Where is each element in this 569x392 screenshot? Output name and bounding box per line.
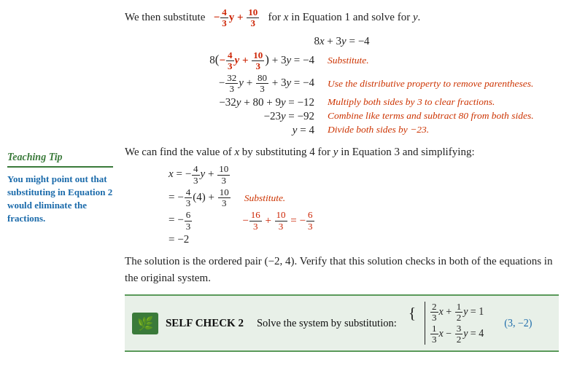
teaching-tip-label: Teaching Tip xyxy=(7,152,63,163)
eq-divide-expr: y = 4 xyxy=(125,124,314,136)
self-check-icon: 🌿 xyxy=(132,313,158,334)
teaching-tip-divider xyxy=(7,166,113,168)
self-check-bar: 🌿 SELF CHECK 2 Solve the system by subst… xyxy=(125,294,559,352)
eq-substitute-expr: 8(−43y + 103) + 3y = −4 xyxy=(125,50,314,72)
eq-x-simplify-expr: = −63 xyxy=(169,210,193,232)
eq-note-x-sub: Substitute. xyxy=(244,192,286,204)
eq-x-fraction-note: −163 + 103 = −63 xyxy=(242,210,314,232)
sidebar: Teaching Tip You might point out that su… xyxy=(0,0,120,392)
self-check-label: SELF CHECK 2 xyxy=(166,317,244,329)
eq-row-x-simplify: = −63 −163 + 103 = −63 xyxy=(169,210,559,232)
main-content: We then substitute −43y + 103 for x in E… xyxy=(120,0,569,392)
eq-row-x-sub: = −43(4) + 103 Substitute. xyxy=(169,187,559,209)
eq-multiply-expr: −32y + 80 + 9y = −12 xyxy=(125,96,314,109)
eq-combine-expr: −23y = −92 xyxy=(125,110,314,122)
eq-row-distribute: −323y + 803 + 3y = −4 Use the distributi… xyxy=(125,73,559,95)
eq-row-combine: −23y = −92 Combine like terms and subtra… xyxy=(125,110,559,122)
self-check-answer: (3, −2) xyxy=(504,318,532,329)
eq-row-divide: y = 4 Divide both sides by −23. xyxy=(125,124,559,136)
intro-line: We then substitute −43y + 103 for x in E… xyxy=(125,7,559,29)
eq-note-divide: Divide both sides by −23. xyxy=(328,124,429,136)
x-eq-display: x = −43y + 103 xyxy=(169,164,559,186)
system-eq2: 13x − 32y = 4 xyxy=(430,324,484,345)
eq-x-sub-expr: = −43(4) + 103 xyxy=(169,187,231,209)
self-check-system: { 23x + 12y = 1 13x − 32y = 4 xyxy=(409,302,490,345)
page: Teaching Tip You might point out that su… xyxy=(0,0,569,392)
eq-note-multiply: Multiply both sides by 3 to clear fracti… xyxy=(328,96,495,108)
solution-text: The solution is the ordered pair (−2, 4)… xyxy=(125,253,559,286)
system-eq1: 23x + 12y = 1 xyxy=(430,302,484,324)
intro-frac: −43y + 103 xyxy=(214,11,263,23)
eq-row-multiply: −32y + 80 + 9y = −12 Multiply both sides… xyxy=(125,96,559,109)
eq-note-combine: Combine like terms and subtract 80 from … xyxy=(328,110,534,122)
eq-center: 8x + 3y = −4 xyxy=(125,35,559,47)
eq-distribute-expr: −323y + 803 + 3y = −4 xyxy=(125,73,314,95)
para-find-x: We can find the value of x by substituti… xyxy=(125,144,559,160)
system-equations: 23x + 12y = 1 13x − 32y = 4 xyxy=(425,302,484,345)
eq-row-substitute: 8(−43y + 103) + 3y = −4 Substitute. xyxy=(125,50,559,72)
eq-note-distribute: Use the distributive property to remove … xyxy=(328,78,533,90)
eq-x-result: = −2 xyxy=(169,233,559,246)
teaching-tip-text: You might point out that substituting in… xyxy=(7,173,113,226)
eq-note-substitute: Substitute. xyxy=(328,55,369,66)
self-check-instruction: Solve the system by substitution: xyxy=(257,317,397,329)
